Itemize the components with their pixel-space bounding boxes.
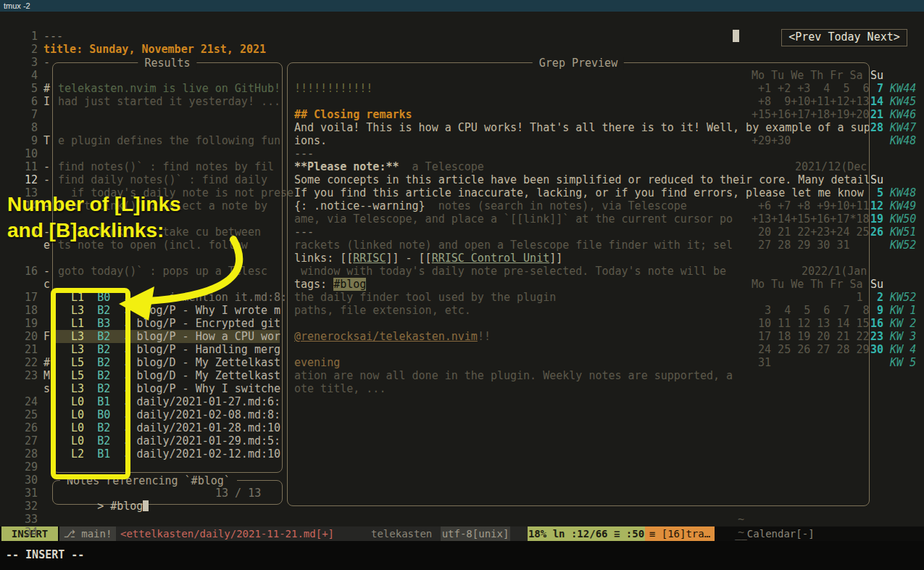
text-segment: **Please note:** [294,160,399,173]
calendar-week: 7 KW44 [870,82,916,95]
download-icon: ↓ [123,382,130,395]
text-segment: 11 [22,160,38,173]
result-title: blog/P - How a CPU wor [136,330,280,343]
text-segment [58,395,71,408]
calendar-row: 1 [752,291,863,304]
text-segment: ame, via Telescope, and place a `[[link]… [294,212,733,226]
text-segment: 24 25 26 27 28 29 [752,343,870,356]
text-segment: 28 [870,121,883,134]
line-number: 10 [22,147,38,160]
result-title: blog/D - My Zettelkast [136,356,280,369]
text-segment: KW 2 [883,317,916,330]
text-segment [84,434,97,447]
text-segment: 34 [22,526,38,539]
calendar-row: 27 28 29 30 31 [752,239,849,252]
text-segment: 9 [870,304,883,317]
links-count: L5 [71,369,84,382]
line-number: 34 [22,526,38,539]
text-segment: Su [870,278,883,291]
result-row[interactable]: L1 B0 ↓ ... i mention it.md:8: [54,291,280,304]
line-number: 32 [22,500,38,513]
text-segment: 20 21 22+23+24 25 [752,226,870,239]
result-row[interactable]: L5 B2 ↓ blog/D - My Zettelkast [54,356,280,369]
result-row[interactable]: L1 B3 ↓ blog/P - Encrypted git [54,317,280,330]
result-row[interactable]: L0 B0 ↓ daily/2021-02-08.md:8: [54,408,280,421]
text-segment: KW47 [883,121,916,134]
prev-button[interactable]: <Prev [788,30,821,44]
text-segment: +6 +7 +8 +9+10+11 [752,199,870,212]
text-segment [84,317,97,330]
next-button[interactable]: Next> [867,30,900,44]
text-segment: KW 4 [883,343,916,356]
text-segment: 20 [22,330,38,343]
text-segment [58,447,71,460]
links-count: L2 [71,447,84,460]
text-segment: KW 1 [883,304,916,317]
line-number: 19 [22,317,38,330]
text-segment [110,330,123,343]
preview-line: @renerocksai/telekasten.nvim!! [294,330,491,343]
text-segment: 9 [22,134,38,147]
calendar-row: +29+30 [752,134,791,147]
text-segment: 22 [22,356,38,369]
text-segment: Mo Tu We Th Fr Sa [752,69,863,82]
text-segment [870,356,883,369]
backlinks-count: B0 [97,408,110,421]
line-number: 17 [22,291,38,304]
result-row[interactable]: L2 B1 ↓ daily/2021-02-12.md:10 [54,447,280,460]
links-count: L3 [71,343,84,356]
text-segment [84,395,97,408]
calendar-row: +8 9+10+11+12+13 [752,95,870,108]
line-number: 21 [22,343,38,356]
text-segment [110,317,123,330]
preview-line: --- [294,226,314,239]
buffer-text: - [43,56,50,69]
result-row[interactable]: L3 B2 ↓ blog/P - How a CPU wor [54,330,280,343]
file-path: <ettelkasten/daily/2021-11-21.md[+] [120,526,334,541]
result-row[interactable]: L0 B2 ↓ daily/2021-01-28.md:10 [54,421,280,434]
preview-line: ote title, ... [294,382,386,395]
result-row[interactable]: L3 B2 ↓ blog/P - Why I switche [54,382,280,395]
result-row[interactable]: L3 B2 ↓ blog/P - Handling merg [54,343,280,356]
preview-line: ation are now all done in the plugin. We… [294,369,733,382]
today-button[interactable]: Today [828,30,860,44]
text-segment: 17 [22,291,38,304]
result-row[interactable]: L5 B2 ↓ blog/D - My Zettelkast [54,369,280,382]
text-segment: #blog [333,278,366,291]
search-input[interactable]: > #blog [58,487,149,526]
text-segment: 5 [22,82,38,95]
whitespace-warning: ≡ [16]tra… [645,526,715,541]
text-segment: ~ [738,513,744,526]
result-row[interactable]: L3 B2 ↓ blog/P - Why I wrote m [54,304,280,317]
result-row[interactable]: L0 B2 ↓ daily/2021-01-29.md:5: [54,434,280,447]
calendar-row: 3 4 5 6 7 8 [752,304,870,317]
line-number: 27 [22,434,38,447]
text-segment: Su [870,69,883,82]
calendar-week: 12 KW49 [870,199,916,212]
text-segment: +29+30 [752,134,791,147]
text-segment: KW52 [883,239,916,252]
text-segment [58,382,71,395]
text-segment [84,304,97,317]
calendar-week: 2 KW52 [870,291,916,304]
text-segment: @renerocksai/telekasten.nvim [294,330,478,343]
preview-line: evening [294,356,340,369]
window-title: tmux -2 [4,1,30,10]
buffer-text: T [43,134,50,147]
line-number: 20 [22,330,38,343]
text-segment: If you find this article inaccurate, lac… [294,186,864,199]
calendar-nav: <Prev Today Next> [781,29,907,46]
text-segment: 2022/1(Jan [802,265,867,278]
result-row[interactable]: L0 B1 ↓ daily/2021-01-27.md:6: [54,395,280,408]
calendar-week: Su [870,278,883,291]
result-title: daily/2021-01-29.md:5: [136,434,280,447]
backlinks-count: B1 [97,395,110,408]
dimmed-buffer-text: e plugin defines the following fun [58,134,280,147]
text-segment: And voila! This is how a CPU works! That… [294,121,870,134]
result-title: blog/P - Why I wrote m [136,304,280,317]
preview-line: Some concepts in this article have been … [294,173,870,186]
download-icon: ↓ [123,369,130,382]
download-icon: ↓ [123,343,130,356]
text-segment: Mo Tu We Th Fr Sa [752,278,863,291]
text-segment: {: .notice--warning} [294,199,425,212]
